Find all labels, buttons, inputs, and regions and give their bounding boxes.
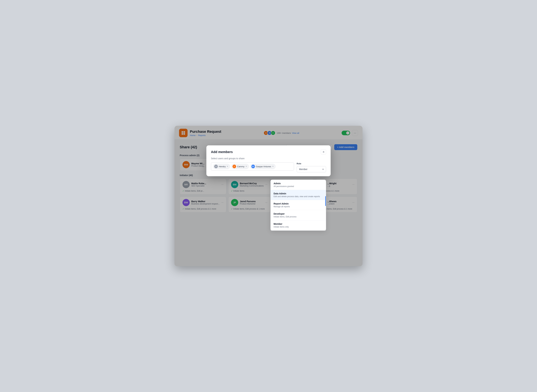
- role-select[interactable]: Member ▾: [297, 166, 326, 172]
- modal-subtitle: Select users and groups to share: [211, 157, 326, 160]
- add-members-modal: Add members ✕ Select users and groups to…: [206, 145, 331, 176]
- modal-header: Add members ✕: [206, 145, 331, 157]
- role-option-name: Member: [274, 223, 323, 225]
- modal-overlay[interactable]: Add members ✕ Select users and groups to…: [175, 126, 362, 266]
- role-option-name: Data Admin: [274, 192, 323, 195]
- role-option-admin[interactable]: Admin All permissions granted: [271, 180, 326, 190]
- role-option-desc: Manage all reports: [274, 205, 323, 208]
- app-window: Purchase Request Home › Reports A B C 13…: [175, 126, 362, 266]
- user-tag-gaspar: GA Gaspar Antunes ✕: [250, 164, 276, 169]
- users-field: H Hendry ✕ C Cammy ✕ GA Gasp: [211, 162, 294, 171]
- tags-input[interactable]: H Hendry ✕ C Cammy ✕ GA Gasp: [211, 162, 294, 171]
- role-option-name: Developer: [274, 213, 323, 215]
- modal-title: Add members: [211, 150, 233, 154]
- modal-body: Select users and groups to share H Hendr…: [206, 157, 331, 176]
- role-option-name: Report Admin: [274, 202, 323, 205]
- chevron-down-icon: ▾: [323, 168, 324, 171]
- tag-label: Hendry: [219, 165, 226, 168]
- role-option-member[interactable]: Member Initiate items only: [271, 220, 326, 230]
- role-dropdown: Admin All permissions granted Data Admin…: [271, 180, 326, 231]
- user-tag-cammy: C Cammy ✕: [231, 164, 249, 169]
- tag-avatar: H: [214, 165, 218, 168]
- role-field: Role Member ▾: [297, 162, 326, 172]
- tag-remove-button[interactable]: ✕: [245, 165, 247, 168]
- role-selected-value: Member: [299, 168, 307, 171]
- role-label: Role: [297, 162, 326, 165]
- tag-label: Gaspar Antunes: [256, 165, 271, 168]
- modal-close-button[interactable]: ✕: [321, 149, 326, 154]
- tag-remove-button[interactable]: ✕: [227, 165, 228, 168]
- tag-label: Cammy: [237, 165, 244, 168]
- user-tag-hendry: H Hendry ✕: [213, 164, 230, 169]
- role-option-desc: Initiate items, Edit process: [274, 216, 323, 218]
- role-option-desc: Initiate items only: [274, 226, 323, 228]
- tag-avatar: GA: [251, 165, 255, 168]
- role-option-data-admin[interactable]: Data Admin Edit and delete process data,…: [271, 190, 326, 200]
- role-option-developer[interactable]: Developer Initiate items, Edit process: [271, 210, 326, 220]
- role-option-desc: Edit and delete process data, view and c…: [274, 195, 323, 198]
- role-option-report-admin[interactable]: Report Admin Manage all reports: [271, 200, 326, 210]
- tag-remove-button[interactable]: ✕: [272, 165, 274, 168]
- modal-fields: H Hendry ✕ C Cammy ✕ GA Gasp: [211, 162, 326, 172]
- role-option-desc: All permissions granted: [274, 185, 323, 187]
- tag-avatar: C: [233, 165, 236, 168]
- scrollbar-indicator: [325, 196, 326, 206]
- role-option-name: Admin: [274, 182, 323, 185]
